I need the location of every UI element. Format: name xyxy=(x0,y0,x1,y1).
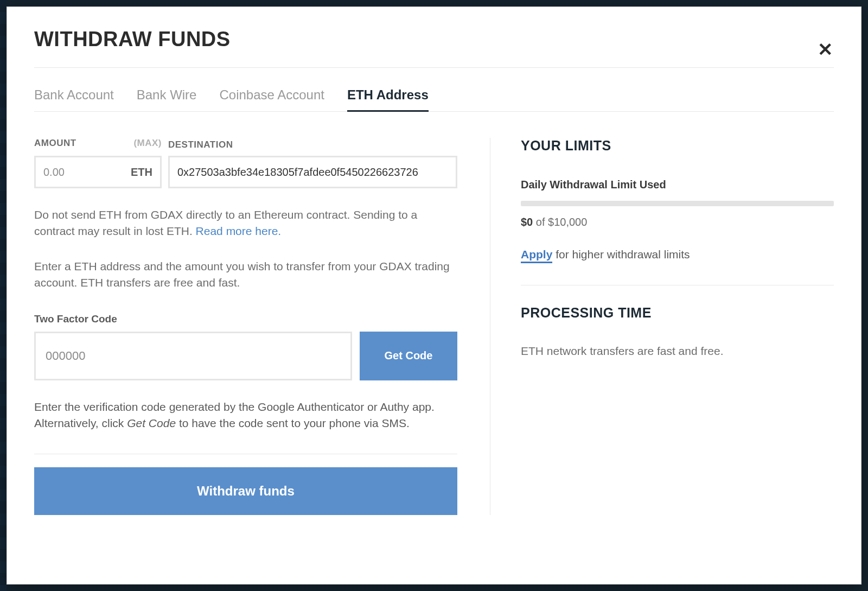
withdraw-method-tabs: Bank Account Bank Wire Coinbase Account … xyxy=(34,80,834,112)
limit-usage-text: $0 of $10,000 xyxy=(521,216,834,228)
limits-sidebar: YOUR LIMITS Daily Withdrawal Limit Used … xyxy=(490,138,834,515)
amount-input[interactable] xyxy=(43,166,126,179)
tab-eth-address[interactable]: ETH Address xyxy=(347,80,429,111)
limit-progress-bar xyxy=(521,201,834,206)
apply-higher-limits: Apply for higher withdrawal limits xyxy=(521,248,834,261)
divider xyxy=(521,285,834,285)
instruction-text: Enter a ETH address and the amount you w… xyxy=(34,258,457,291)
max-button[interactable]: (MAX) xyxy=(133,138,162,149)
destination-label: DESTINATION xyxy=(168,139,233,150)
read-more-link[interactable]: Read more here. xyxy=(196,225,282,237)
your-limits-heading: YOUR LIMITS xyxy=(521,138,834,154)
tab-bank-wire[interactable]: Bank Wire xyxy=(137,80,197,111)
close-button[interactable]: ✕ xyxy=(814,39,836,60)
modal-title: WITHDRAW FUNDS xyxy=(34,28,834,51)
divider xyxy=(34,454,457,454)
tab-coinbase-account[interactable]: Coinbase Account xyxy=(219,80,324,111)
processing-time-heading: PROCESSING TIME xyxy=(521,305,834,321)
withdraw-funds-button[interactable]: Withdraw funds xyxy=(34,467,457,515)
two-factor-input-wrapper[interactable] xyxy=(34,332,352,380)
two-factor-input[interactable] xyxy=(46,349,341,363)
apply-link[interactable]: Apply xyxy=(521,248,552,263)
processing-time-body: ETH network transfers are fast and free. xyxy=(521,345,834,358)
destination-input-wrapper[interactable] xyxy=(168,156,457,188)
amount-unit: ETH xyxy=(131,166,152,179)
withdraw-modal: WITHDRAW FUNDS ✕ Bank Account Bank Wire … xyxy=(7,7,861,584)
withdraw-form: AMOUNT (MAX) DESTINATION ETH Do not send… xyxy=(34,138,490,515)
two-factor-help: Enter the verification code generated by… xyxy=(34,399,457,432)
divider xyxy=(34,67,834,68)
daily-limit-label: Daily Withdrawal Limit Used xyxy=(521,179,834,191)
contract-warning: Do not send ETH from GDAX directly to an… xyxy=(34,207,457,240)
amount-label: AMOUNT xyxy=(34,138,76,149)
two-factor-label: Two Factor Code xyxy=(34,313,457,325)
get-code-button[interactable]: Get Code xyxy=(360,332,457,380)
destination-input[interactable] xyxy=(177,166,448,179)
close-icon: ✕ xyxy=(818,39,833,60)
tab-bank-account[interactable]: Bank Account xyxy=(34,80,114,111)
amount-input-wrapper[interactable]: ETH xyxy=(34,156,162,188)
